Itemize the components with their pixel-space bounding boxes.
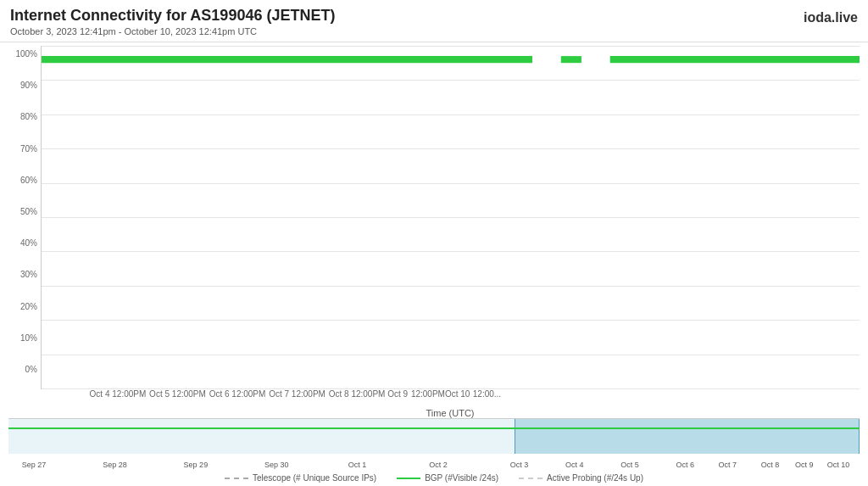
legend-line [225, 478, 248, 479]
grid-line [42, 355, 860, 355]
x-tick-label: Oct 4 [90, 389, 110, 399]
mini-bgp-line [8, 427, 860, 429]
mini-x-tick-label: Oct 2 [429, 461, 448, 469]
legend-item: Active Probing (#/24s Up) [519, 473, 643, 483]
y-axis-label: 20% [8, 302, 41, 311]
x-tick-label: 12:00PM [112, 389, 146, 399]
y-axis-label: 40% [8, 238, 41, 248]
x-tick-label: Oct 9 [387, 389, 408, 399]
y-axis-label: 30% [8, 270, 41, 279]
header: Internet Connectivity for AS199046 (JETN… [0, 0, 868, 38]
legend-item: Telescope (# Unique Source IPs) [225, 473, 376, 483]
grid-line [42, 80, 860, 81]
page-wrapper: Internet Connectivity for AS199046 (JETN… [0, 0, 868, 486]
y-axis-label: 90% [8, 81, 41, 90]
x-tick-label: 12:00PM [351, 389, 385, 399]
mini-x-tick-label: Oct 1 [348, 461, 367, 469]
x-tick-label: Oct 10 [445, 389, 470, 399]
grid-line [42, 148, 860, 149]
mini-x-tick-label: Oct 3 [510, 461, 529, 469]
mini-chart-section[interactable]: Sep 27Sep 28Sep 29Sep 30Oct 1Oct 2Oct 3O… [8, 418, 860, 471]
mini-x-tick-label: Oct 7 [719, 461, 737, 469]
x-tick-label: Oct 8 [329, 389, 349, 399]
header-divider [0, 42, 868, 42]
mini-x-tick-label: Oct 10 [827, 461, 850, 469]
legend-line [519, 478, 542, 479]
x-axis-ticks: Oct 412:00PMOct 512:00PMOct 612:00PMOct … [41, 389, 860, 406]
y-axis-label: 70% [8, 144, 41, 154]
grid-line [42, 183, 860, 184]
mini-x-tick-label: Sep 30 [264, 461, 289, 469]
x-axis-area: Oct 412:00PMOct 512:00PMOct 612:00PMOct … [41, 389, 860, 418]
mini-x-tick-label: Oct 6 [676, 461, 694, 469]
grid-line [42, 251, 860, 252]
x-tick-label: Oct 5 [149, 389, 170, 399]
grid-line [42, 286, 860, 287]
legend-label: BGP (#Visible /24s) [425, 473, 498, 483]
subtitle: October 3, 2023 12:41pm - October 10, 20… [10, 26, 335, 36]
grid-line [42, 115, 860, 115]
mini-x-tick-label: Oct 4 [565, 461, 584, 469]
y-axis-label: 80% [8, 112, 41, 121]
grid-line [42, 46, 860, 47]
y-axis-label: 60% [8, 176, 41, 185]
x-tick-label: Oct 7 [269, 389, 289, 399]
y-axis-label: 0% [8, 365, 41, 374]
chart-plot [41, 46, 860, 389]
legend-line [397, 478, 420, 479]
legend-label: Telescope (# Unique Source IPs) [253, 473, 376, 483]
y-axis-label: 50% [8, 207, 41, 216]
legend-item: BGP (#Visible /24s) [397, 473, 498, 483]
x-tick-label: 12:00PM [411, 389, 445, 399]
grid-line [42, 320, 860, 321]
mini-x-tick-label: Sep 28 [103, 461, 127, 469]
brand-link[interactable]: ioda.live [804, 10, 858, 25]
x-tick-label: Oct 6 [209, 389, 230, 399]
mini-x-tick-label: Oct 9 [795, 461, 814, 469]
x-tick-label: 12:00... [473, 389, 501, 399]
y-axis-label: 10% [8, 333, 41, 343]
mini-x-tick-label: Sep 27 [22, 461, 47, 469]
y-axis: 100%90%80%70%60%50%40%30%20%10%0% [8, 46, 41, 389]
x-axis-label: Time (UTC) [41, 408, 860, 418]
y-axis-label: 100% [8, 49, 41, 59]
legend-label: Active Probing (#/24s Up) [547, 473, 643, 483]
grid-line [42, 217, 860, 218]
mini-x-tick-label: Oct 5 [620, 461, 639, 469]
mini-x-tick-label: Sep 29 [184, 461, 209, 469]
chart-section: 100%90%80%70%60%50%40%30%20%10%0% Oct 41… [0, 46, 868, 418]
mini-x-ticks: Sep 27Sep 28Sep 29Sep 30Oct 1Oct 2Oct 3O… [8, 454, 860, 471]
main-chart-area: 100%90%80%70%60%50%40%30%20%10%0% [8, 46, 860, 389]
mini-x-tick-label: Oct 8 [761, 461, 780, 469]
mini-selected-range [515, 419, 860, 454]
x-tick-label: 12:00PM [292, 389, 326, 399]
legend-area: Telescope (# Unique Source IPs)BGP (#Vis… [0, 471, 868, 486]
header-left: Internet Connectivity for AS199046 (JETN… [10, 7, 335, 36]
x-tick-label: 12:00PM [231, 389, 265, 399]
x-tick-label: 12:00PM [172, 389, 206, 399]
page-title: Internet Connectivity for AS199046 (JETN… [10, 7, 335, 25]
